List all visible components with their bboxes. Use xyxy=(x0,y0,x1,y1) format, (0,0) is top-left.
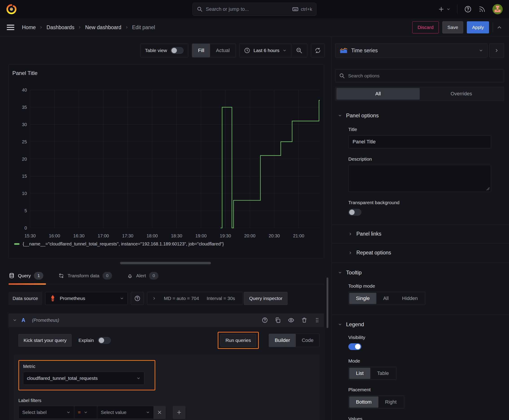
select-label-placeholder: Select label xyxy=(22,410,63,415)
fill-actual-switch: Fill Actual xyxy=(192,44,236,57)
grafana-logo-icon[interactable] xyxy=(6,4,17,14)
apply-button[interactable]: Apply xyxy=(467,21,489,33)
search-icon xyxy=(197,6,203,12)
prometheus-icon xyxy=(49,295,57,302)
panel-title-input[interactable] xyxy=(348,135,491,148)
operator-dropdown[interactable]: = xyxy=(74,406,97,419)
panel-preview[interactable]: Panel Title 051015202530354015:3016:0016… xyxy=(8,64,324,258)
trash-icon[interactable] xyxy=(301,317,307,323)
actual-option[interactable]: Actual xyxy=(210,44,236,57)
repeat-options-header[interactable]: Repeat options xyxy=(348,250,504,256)
visibility-label: Visibility xyxy=(348,335,504,340)
legend-visibility-toggle[interactable] xyxy=(348,343,361,350)
topbar-actions xyxy=(438,4,503,14)
tab-all[interactable]: All xyxy=(336,88,420,100)
table-view-control: Table view xyxy=(140,44,188,57)
options-search-input[interactable]: Search options xyxy=(335,69,504,82)
legend-placement-right[interactable]: Right xyxy=(378,397,403,408)
discard-button[interactable]: Discard xyxy=(412,21,439,33)
add-button[interactable] xyxy=(438,6,450,13)
metric-select[interactable]: cloudflared_tunnel_total_requests xyxy=(23,372,144,385)
tab-transform-label: Transform data xyxy=(68,273,99,278)
viz-suggestions-button[interactable] xyxy=(489,43,504,58)
query-ref-id[interactable]: A xyxy=(22,317,25,323)
eye-icon[interactable] xyxy=(288,317,295,323)
save-button[interactable]: Save xyxy=(442,21,463,33)
svg-text:16:30: 16:30 xyxy=(73,233,85,238)
tab-transform[interactable]: Transform data 0 xyxy=(58,269,113,284)
time-range-picker[interactable]: Last 6 hours xyxy=(239,44,291,57)
legend-mode-table[interactable]: Table xyxy=(370,368,396,379)
chevron-down-icon xyxy=(338,270,342,275)
tab-overrides[interactable]: Overrides xyxy=(420,88,503,100)
tab-query[interactable]: Query 1 xyxy=(8,269,45,284)
main-pane: Table view Fill Actual Last 6 hours xyxy=(0,37,332,420)
menu-toggle-icon[interactable] xyxy=(7,25,14,30)
time-range-label: Last 6 hours xyxy=(253,48,279,53)
breadcrumb-home[interactable]: Home xyxy=(22,24,36,30)
datasource-name: Prometheus xyxy=(60,296,117,301)
tab-alert[interactable]: Alert 0 xyxy=(127,269,160,284)
chevron-down-icon[interactable] xyxy=(13,318,17,322)
global-search-input[interactable]: Search or jump to... ctrl+k xyxy=(193,3,316,16)
add-filter-button[interactable] xyxy=(173,406,185,419)
breadcrumb-dashboards[interactable]: Dashboards xyxy=(46,24,74,30)
svg-text:15: 15 xyxy=(22,174,27,179)
legend-placement-bottom[interactable]: Bottom xyxy=(349,397,378,408)
chevron-down-icon xyxy=(146,410,150,414)
description-textarea[interactable] xyxy=(348,165,491,192)
tooltip-header[interactable]: Tooltip xyxy=(338,270,504,276)
refresh-button[interactable] xyxy=(311,44,325,57)
tooltip-hidden-option[interactable]: Hidden xyxy=(395,293,425,304)
query-inspector-button[interactable]: Query inspector xyxy=(244,292,288,305)
metric-highlight: Metric cloudflared_tunnel_total_requests xyxy=(18,360,155,390)
options-search-placeholder: Search options xyxy=(348,73,380,79)
drag-handle-icon[interactable] xyxy=(314,317,320,323)
select-value-dropdown[interactable]: Select value xyxy=(97,406,153,419)
kickstart-button[interactable]: Kick start your query xyxy=(18,334,72,347)
run-queries-button[interactable]: Run queries xyxy=(220,334,256,347)
metric-value: cloudflared_tunnel_total_requests xyxy=(27,375,133,381)
legend-mode-switch: List Table xyxy=(348,367,396,380)
explain-label: Explain xyxy=(78,338,94,343)
avatar[interactable] xyxy=(492,4,503,14)
builder-code-switch: Builder Code xyxy=(269,334,319,347)
textarea-resize-grip[interactable] xyxy=(486,187,489,190)
datasource-picker[interactable]: Prometheus xyxy=(45,292,128,305)
svg-text:17:00: 17:00 xyxy=(98,233,109,238)
panel-resize-handle[interactable] xyxy=(120,262,211,264)
scrollbar-thumb[interactable] xyxy=(327,278,328,328)
visualization-picker[interactable]: Time series xyxy=(335,43,487,58)
code-option[interactable]: Code xyxy=(296,334,319,347)
tab-query-count: 1 xyxy=(34,272,43,279)
help-button[interactable] xyxy=(464,5,472,13)
query-options[interactable]: MD = auto = 704 Interval = 30s xyxy=(147,292,243,305)
query-row-header[interactable]: A (Prometheus) xyxy=(8,314,324,327)
legend-header[interactable]: Legend xyxy=(338,321,504,328)
transparent-bg-toggle[interactable] xyxy=(348,209,361,216)
panel-options-header[interactable]: Panel options xyxy=(338,112,504,119)
news-button[interactable] xyxy=(479,6,486,13)
legend-mode-list[interactable]: List xyxy=(349,368,370,379)
tooltip-single-option[interactable]: Single xyxy=(349,293,376,304)
collapse-header-button[interactable] xyxy=(496,24,502,30)
chevron-down-icon xyxy=(66,410,70,414)
tooltip-all-option[interactable]: All xyxy=(376,293,395,304)
breadcrumb-new-dashboard[interactable]: New dashboard xyxy=(85,24,121,30)
panel-links-header[interactable]: Panel links xyxy=(348,231,504,237)
table-view-toggle[interactable] xyxy=(171,47,183,54)
chevron-down-icon xyxy=(137,376,140,380)
help-icon[interactable] xyxy=(262,317,268,323)
remove-filter-button[interactable] xyxy=(153,406,166,419)
explain-toggle[interactable] xyxy=(98,337,111,344)
builder-option[interactable]: Builder xyxy=(269,334,296,347)
fill-option[interactable]: Fill xyxy=(192,44,210,57)
chart-legend[interactable]: {__name__="cloudflared_tunnel_total_requ… xyxy=(14,241,224,247)
tab-alert-count: 0 xyxy=(149,272,159,279)
select-label-dropdown[interactable]: Select label xyxy=(18,406,74,419)
zoom-out-button[interactable] xyxy=(291,44,307,57)
duplicate-icon[interactable] xyxy=(275,317,281,323)
chevron-right-icon xyxy=(78,26,82,29)
datasource-help-button[interactable] xyxy=(131,292,144,305)
refresh-icon xyxy=(314,47,321,54)
